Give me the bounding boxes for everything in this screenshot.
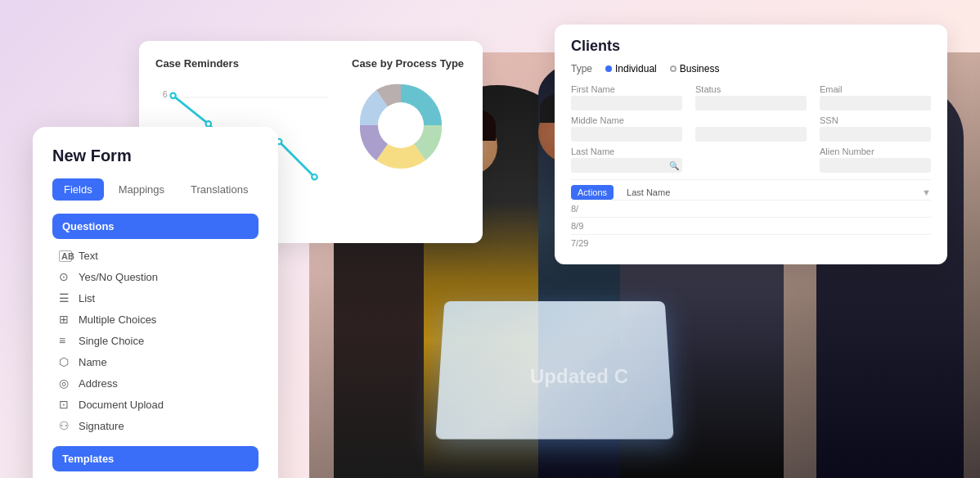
menu-item-multiple-choices[interactable]: ⊞ Multiple Choices xyxy=(52,309,258,330)
lastname-input[interactable]: 🔍 xyxy=(571,158,682,173)
alien-number-input[interactable] xyxy=(820,158,931,173)
menu-item-yes-no[interactable]: ⊙ Yes/No Question xyxy=(52,266,258,287)
donut-chart-svg xyxy=(352,76,450,174)
field-lastname: Last Name 🔍 xyxy=(571,147,682,173)
updated-overlay: Updated C xyxy=(530,365,628,388)
tab-mappings[interactable]: Mappings xyxy=(107,178,176,201)
field-middle-col2 xyxy=(695,115,807,142)
tab-fields[interactable]: Fields xyxy=(52,178,104,201)
field-firstname: First Name xyxy=(571,84,682,110)
table-row: 8/9 xyxy=(571,217,931,234)
clients-title: Clients xyxy=(571,38,931,55)
email-input[interactable] xyxy=(820,96,931,110)
radio-dot-individual xyxy=(605,65,612,72)
svg-text:6: 6 xyxy=(163,89,168,99)
svg-point-3 xyxy=(206,121,211,126)
menu-item-single-choice[interactable]: ≡ Single Choice xyxy=(52,330,258,351)
firstname-label: First Name xyxy=(571,84,682,94)
last-name-col-header: Last Name xyxy=(627,187,670,197)
questions-section-btn[interactable]: Questions xyxy=(52,214,258,239)
templates-section-btn[interactable]: Templates xyxy=(52,446,258,471)
yes-no-icon: ⊙ xyxy=(59,270,72,283)
email-label: Email xyxy=(820,84,931,94)
field-middlename: Middle Name xyxy=(571,115,682,142)
status-label: Status xyxy=(695,84,807,94)
clients-actions-row: Actions Last Name ▼ xyxy=(571,179,931,200)
multiple-choices-icon: ⊞ xyxy=(59,313,72,326)
middlename-label: Middle Name xyxy=(571,115,682,125)
svg-point-6 xyxy=(312,174,317,179)
svg-point-2 xyxy=(170,93,175,98)
field-ssn: SSN xyxy=(820,115,931,142)
text-icon: AB xyxy=(59,250,72,262)
status-input[interactable] xyxy=(695,96,807,110)
field-alien-number: Alien Number xyxy=(820,147,931,173)
actions-tag[interactable]: Actions xyxy=(571,185,614,200)
list-icon: ☰ xyxy=(59,291,72,304)
clients-fields-grid: First Name Status Email Middle Name SSN … xyxy=(571,84,931,173)
donut-chart-section: Case by Process Type xyxy=(352,57,466,227)
svg-point-7 xyxy=(378,102,424,148)
field-status: Status xyxy=(695,84,807,110)
form-card: New Form Fields Mappings Translations Qu… xyxy=(33,127,278,478)
single-choice-icon: ≡ xyxy=(59,334,72,347)
ssn-label: SSN xyxy=(820,115,931,125)
process-type-title: Case by Process Type xyxy=(352,57,466,70)
signature-icon: ⚇ xyxy=(59,419,72,432)
reminders-title: Case Reminders xyxy=(155,57,332,70)
form-title: New Form xyxy=(52,147,258,165)
radio-individual[interactable]: Individual xyxy=(605,63,657,74)
type-label: Type xyxy=(571,63,592,74)
field-alien-placeholder xyxy=(695,147,807,173)
menu-item-text[interactable]: AB Text xyxy=(52,246,258,266)
tab-bar: Fields Mappings Translations xyxy=(52,178,258,201)
clients-table: 8/ 8/9 7/29 xyxy=(571,200,931,251)
firstname-input[interactable] xyxy=(571,96,682,110)
clients-card: Clients Type Individual Business First N… xyxy=(555,25,947,264)
ssn-input[interactable] xyxy=(820,127,931,142)
field-email: Email xyxy=(820,84,931,110)
middle-col2-input[interactable] xyxy=(695,127,807,142)
table-row: 7/29 xyxy=(571,234,931,251)
lastname-label: Last Name xyxy=(571,147,682,156)
alien-number-label: Alien Number xyxy=(820,147,931,156)
table-row: 8/ xyxy=(571,200,931,217)
radio-dot-business xyxy=(670,65,677,72)
menu-item-list[interactable]: ☰ List xyxy=(52,287,258,309)
dropdown-arrow[interactable]: ▼ xyxy=(922,187,931,197)
document-upload-icon: ⊡ xyxy=(59,398,72,411)
name-icon: ⬡ xyxy=(59,355,72,368)
menu-item-document-upload[interactable]: ⊡ Document Upload xyxy=(52,394,258,415)
clients-type-row: Type Individual Business xyxy=(571,63,931,74)
menu-item-name[interactable]: ⬡ Name xyxy=(52,351,258,372)
menu-items-list: AB Text ⊙ Yes/No Question ☰ List ⊞ Multi… xyxy=(52,246,258,436)
menu-item-signature[interactable]: ⚇ Signature xyxy=(52,415,258,436)
radio-business[interactable]: Business xyxy=(670,63,720,74)
menu-item-address[interactable]: ◎ Address xyxy=(52,372,258,394)
tab-translations[interactable]: Translations xyxy=(179,178,259,201)
middlename-input[interactable] xyxy=(571,127,682,142)
address-icon: ◎ xyxy=(59,377,72,390)
